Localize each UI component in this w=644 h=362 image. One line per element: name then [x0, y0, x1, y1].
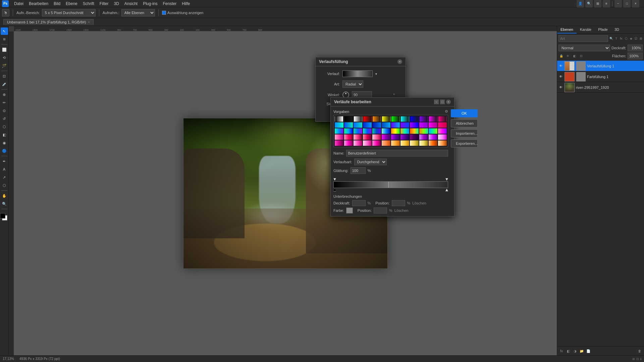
preset-orange[interactable]: [372, 116, 381, 122]
preset-warm-2[interactable]: [400, 128, 409, 134]
opacity-input[interactable]: [628, 45, 643, 51]
document-tab[interactable]: Unbenannt-1 bei 17,1% (Farbfüllung 1, RG…: [3, 19, 94, 25]
preset-purple-blue[interactable]: [400, 122, 409, 128]
tool-blur[interactable]: ◉: [1, 139, 8, 146]
tool-pen[interactable]: ✒: [1, 158, 8, 165]
preset-purple-cyan[interactable]: [391, 122, 400, 128]
preset-warm-4[interactable]: [419, 128, 428, 134]
layer-item-gradient-fill[interactable]: 👁 Verlaufsfüllung 1: [557, 61, 644, 71]
tool-artboard[interactable]: ⊞: [1, 36, 8, 43]
tool-erase[interactable]: ⬡: [1, 123, 8, 130]
gradient-strip[interactable]: [333, 181, 448, 188]
preset-yellow-4[interactable]: [419, 140, 428, 146]
tab-channels[interactable]: Kanäle: [577, 26, 595, 34]
options-icon[interactable]: ≡: [603, 0, 610, 7]
preset-blue-cyan-4[interactable]: [363, 122, 372, 128]
menu-filter[interactable]: Filter: [97, 0, 111, 7]
preset-blue-cyan-5[interactable]: [372, 122, 381, 128]
brush-size-select[interactable]: 5 x 5 Pixel Durchschnitt: [42, 9, 96, 16]
preset-tri-6[interactable]: [382, 128, 390, 134]
preset-violet-mag[interactable]: [419, 122, 428, 128]
preset-pink-6[interactable]: [363, 134, 372, 140]
preset-yellow[interactable]: [382, 116, 390, 122]
preset-violet-blue[interactable]: [410, 122, 419, 128]
layers-mask-icon[interactable]: ⬡: [624, 36, 628, 41]
preset-orange-4[interactable]: [429, 140, 437, 146]
tool-stamp[interactable]: ⊙: [1, 107, 8, 114]
preset-magenta-4[interactable]: [344, 140, 353, 146]
preset-purple-4[interactable]: [410, 134, 419, 140]
preset-blue-cyan-2[interactable]: [344, 122, 353, 128]
color-stop-white[interactable]: [445, 189, 448, 191]
preset-green[interactable]: [391, 116, 400, 122]
preset-blue[interactable]: [410, 116, 419, 122]
color-stop-swatch[interactable]: [346, 207, 353, 214]
preset-pink-2[interactable]: [438, 122, 447, 128]
tool-select-lasso[interactable]: ⟲: [1, 54, 8, 61]
layer-item-image[interactable]: 👁 river-2951997_1920: [557, 82, 644, 93]
preset-blue-cyan-1[interactable]: [335, 122, 343, 128]
gradient-fill-close-button[interactable]: ×: [397, 59, 402, 64]
preset-blue-cyan-6[interactable]: [382, 122, 390, 128]
gradient-type-select[interactable]: Durchgehend: [354, 159, 387, 165]
fill-input[interactable]: [628, 53, 643, 59]
tool-dodge[interactable]: 🔵: [1, 147, 8, 155]
preset-black-trans[interactable]: [344, 116, 353, 122]
gradient-preview-swatch[interactable]: [342, 70, 373, 77]
preset-purple-1[interactable]: [382, 134, 390, 140]
gradient-style-select[interactable]: Radial: [342, 80, 363, 88]
preset-warm-3[interactable]: [410, 128, 419, 134]
preset-magenta-3[interactable]: [335, 140, 343, 146]
layer-item-color-fill[interactable]: 👁 Farbfüllung 1: [557, 71, 644, 82]
preset-purple-6[interactable]: [429, 134, 437, 140]
opacity-stop-input[interactable]: [352, 200, 366, 206]
preset-tri-4[interactable]: [363, 128, 372, 134]
lock-pixels-icon[interactable]: ◧: [572, 53, 577, 59]
tool-spot-heal[interactable]: ⊕: [1, 91, 8, 98]
tool-hand[interactable]: ✋: [1, 192, 8, 199]
tool-eyedropper[interactable]: 💉: [1, 80, 8, 88]
account-icon[interactable]: 👤: [577, 0, 584, 7]
foreground-color-swatch[interactable]: [0, 213, 5, 219]
smoothing-input[interactable]: [351, 167, 366, 174]
preset-magenta-6[interactable]: [363, 140, 372, 146]
tab-3d[interactable]: 3D: [611, 26, 623, 34]
color-stop-black[interactable]: [333, 189, 336, 191]
tab-layers[interactable]: Ebenen: [557, 26, 577, 34]
edit-gradient-maximize-button[interactable]: □: [440, 100, 445, 104]
color-delete-button[interactable]: Löschen: [394, 208, 409, 213]
tool-shape[interactable]: ⬡: [1, 182, 8, 189]
opacity-stop-right[interactable]: [445, 178, 448, 181]
layers-artboard-icon[interactable]: ⊞: [639, 36, 643, 41]
close-app-icon[interactable]: ×: [632, 0, 639, 7]
layers-fx-icon[interactable]: fx: [620, 36, 623, 41]
layers-filter-icon[interactable]: 🔍: [609, 36, 613, 41]
layer-delete-button[interactable]: 🗑: [637, 348, 643, 354]
menu-bild[interactable]: Bild: [51, 0, 63, 7]
minimize-app-icon[interactable]: −: [614, 0, 622, 7]
layer-mask-button[interactable]: ◧: [565, 348, 571, 354]
preset-yellow-3[interactable]: [410, 140, 419, 146]
preset-magenta[interactable]: [429, 116, 437, 122]
menu-hilfe[interactable]: Hilfe: [179, 0, 193, 7]
blend-mode-select[interactable]: Normal: [558, 45, 610, 51]
preset-pink-trans[interactable]: [438, 116, 447, 122]
document-tab-close[interactable]: ×: [88, 20, 90, 24]
tool-brush[interactable]: ✏: [1, 99, 8, 106]
edit-gradient-minimize-button[interactable]: −: [434, 100, 439, 104]
tool-gradient[interactable]: ◧: [1, 131, 8, 138]
menu-plugins[interactable]: Plug-ins: [140, 0, 160, 7]
menu-datei[interactable]: Datei: [11, 0, 26, 7]
edit-gradient-dialog-header[interactable]: Verläufe bearbeiten − □ ×: [331, 98, 454, 107]
gradient-dropdown-arrow[interactable]: ▾: [375, 72, 377, 76]
layer-visibility-1[interactable]: 👁: [558, 64, 563, 68]
preset-bw[interactable]: [335, 116, 343, 122]
preset-purple-2[interactable]: [391, 134, 400, 140]
layer-group-button[interactable]: 📁: [579, 348, 585, 354]
preset-orange-5[interactable]: [438, 140, 447, 146]
lock-pos-icon[interactable]: ✛: [565, 53, 571, 59]
preset-cyan[interactable]: [400, 116, 409, 122]
menu-ansicht[interactable]: Ansicht: [122, 0, 140, 7]
color-position-input[interactable]: [374, 207, 387, 214]
menu-3d[interactable]: 3D: [111, 0, 121, 7]
